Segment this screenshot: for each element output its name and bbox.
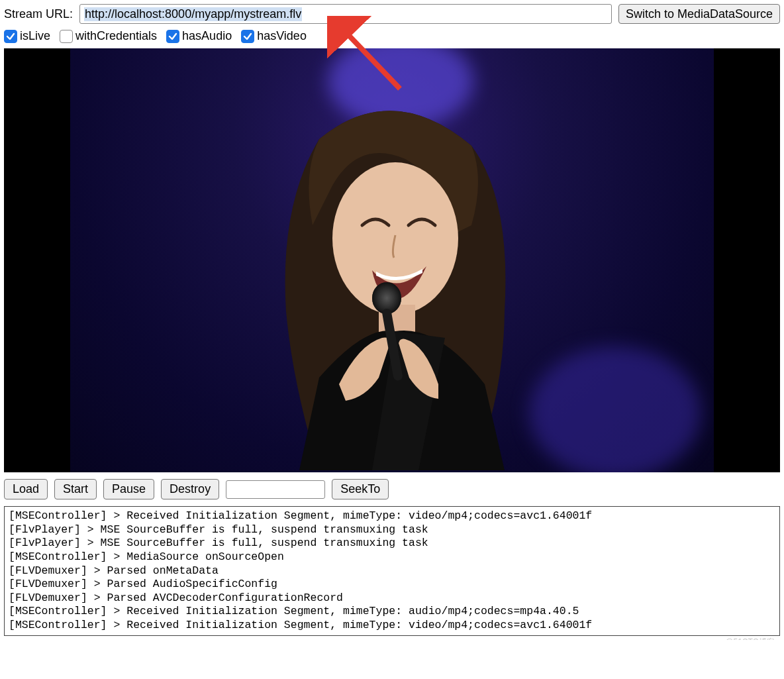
checkbox-hasvideo[interactable]: hasVideo <box>241 29 307 43</box>
load-button[interactable]: Load <box>4 479 48 499</box>
video-content-silhouette <box>240 99 544 470</box>
checkbox-label: hasAudio <box>182 29 232 43</box>
checkbox-hasaudio[interactable]: hasAudio <box>166 29 232 43</box>
pause-button[interactable]: Pause <box>103 479 154 499</box>
checkbox-box[interactable] <box>60 30 73 43</box>
video-frame <box>70 48 714 472</box>
checkbox-box[interactable] <box>4 30 17 43</box>
stream-url-input[interactable]: http://localhost:8000/myapp/mystream.flv <box>79 4 612 24</box>
checkbox-label: withCredentials <box>75 29 157 43</box>
video-player[interactable] <box>4 48 780 472</box>
checkbox-label: isLive <box>20 29 50 43</box>
checkbox-withcredentials[interactable]: withCredentials <box>60 29 157 43</box>
destroy-button[interactable]: Destroy <box>161 479 219 499</box>
log-output[interactable]: [MSEController] > Received Initializatio… <box>4 506 780 636</box>
stream-url-row: Stream URL: http://localhost:8000/myapp/… <box>4 4 780 24</box>
seek-input[interactable] <box>226 480 325 499</box>
start-button[interactable]: Start <box>54 479 97 499</box>
checkbox-box[interactable] <box>241 30 254 43</box>
switch-mediadatasource-button[interactable]: Switch to MediaDataSource <box>618 4 780 24</box>
watermark-text: @51CTO博客 <box>725 637 775 640</box>
stream-url-label: Stream URL: <box>4 7 73 21</box>
controls-row: Load Start Pause Destroy SeekTo <box>4 479 780 499</box>
stream-url-value: http://localhost:8000/myapp/mystream.flv <box>84 7 302 21</box>
checkbox-label: hasVideo <box>257 29 307 43</box>
seekto-button[interactable]: SeekTo <box>332 479 389 499</box>
checkbox-islive[interactable]: isLive <box>4 29 50 43</box>
checkbox-box[interactable] <box>166 30 179 43</box>
options-row: isLivewithCredentialshasAudiohasVideo <box>4 29 780 43</box>
